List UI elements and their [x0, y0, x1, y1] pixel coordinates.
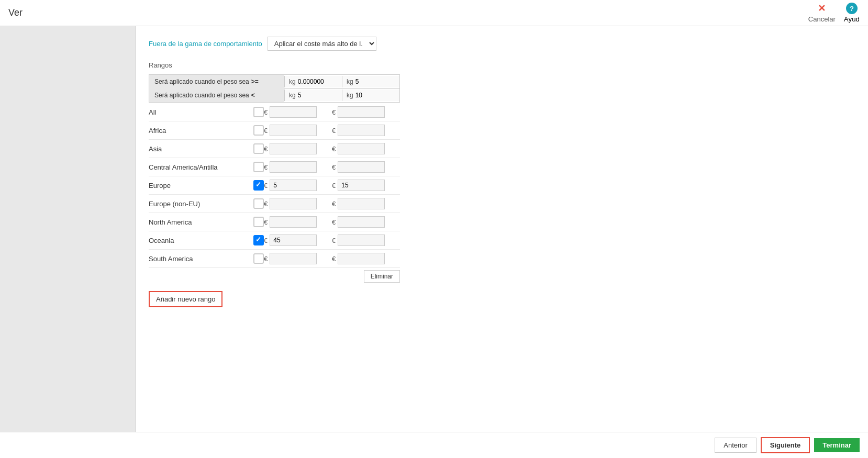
- euro-symbol: €: [264, 127, 268, 135]
- region-checkbox[interactable]: [253, 253, 264, 264]
- range-field-1a: kg: [284, 76, 342, 87]
- region-price-cell-1: €: [264, 234, 332, 246]
- region-price-input-2[interactable]: [338, 161, 385, 173]
- bottom-bar: Anterior Siguiente Terminar: [0, 432, 868, 458]
- add-range-button[interactable]: Añadir nuevo rango: [149, 291, 222, 307]
- region-checkbox[interactable]: [253, 125, 264, 136]
- region-price-cell-2: €: [332, 216, 400, 228]
- euro-symbol: €: [332, 200, 336, 208]
- euro-symbol: €: [332, 218, 336, 226]
- help-icon: ?: [846, 3, 858, 14]
- eliminar-row: Eliminar: [149, 270, 400, 283]
- range-op-1: >=: [251, 78, 259, 85]
- region-price-input-1[interactable]: [270, 216, 317, 228]
- region-price-input-1[interactable]: [270, 125, 317, 136]
- unit-label-1a: kg: [289, 78, 296, 85]
- region-price-cell-1: €: [264, 143, 332, 154]
- top-bar: Ver ✕ Cancelar ? Ayud: [0, 0, 868, 26]
- range-input-1b[interactable]: [355, 78, 392, 85]
- region-price-cell-2: €: [332, 161, 400, 173]
- region-name: South America: [149, 255, 253, 263]
- euro-symbol: €: [332, 108, 336, 116]
- range-row-2: Será aplicado cuando el peso sea < kg kg: [149, 88, 400, 103]
- region-price-input-1[interactable]: [270, 161, 317, 173]
- region-name: Africa: [149, 127, 253, 135]
- cancel-label: Cancelar: [808, 15, 836, 23]
- region-price-cell-2: €: [332, 125, 400, 136]
- region-row: Europe€€: [149, 176, 400, 195]
- region-price-cell-1: €: [264, 180, 332, 191]
- region-name: Europe (non-EU): [149, 200, 253, 208]
- cancel-button[interactable]: ✕ Cancelar: [808, 3, 836, 23]
- euro-symbol: €: [264, 218, 268, 226]
- unit-label-1b: kg: [347, 78, 353, 85]
- euro-symbol: €: [332, 163, 336, 171]
- region-checkbox[interactable]: [253, 235, 264, 245]
- region-price-input-1[interactable]: [270, 143, 317, 154]
- region-checkbox[interactable]: [253, 180, 264, 191]
- region-price-cell-1: €: [264, 216, 332, 228]
- euro-symbol: €: [332, 127, 336, 135]
- region-price-cell-1: €: [264, 253, 332, 264]
- main-layout: Fuera de la gama de comportamiento Aplic…: [0, 26, 868, 432]
- region-price-cell-2: €: [332, 180, 400, 191]
- euro-symbol: €: [264, 145, 268, 153]
- out-of-range-row: Fuera de la gama de comportamiento Aplic…: [149, 37, 855, 51]
- range-condition-2: Será aplicado cuando el peso sea <: [149, 88, 284, 102]
- region-price-input-2[interactable]: [338, 125, 385, 136]
- region-price-cell-1: €: [264, 161, 332, 173]
- region-checkbox[interactable]: [253, 107, 264, 117]
- region-price-input-2[interactable]: [338, 253, 385, 264]
- region-price-input-1[interactable]: [270, 106, 317, 118]
- sidebar: [0, 26, 136, 432]
- region-price-input-1[interactable]: [270, 198, 317, 209]
- range-field-2b: kg: [342, 90, 399, 101]
- region-price-input-2[interactable]: [338, 143, 385, 154]
- rangos-title: Rangos: [149, 61, 855, 69]
- region-row: Europe (non-EU)€€: [149, 195, 400, 213]
- region-checkbox[interactable]: [253, 162, 264, 172]
- regions-table: All€€Africa€€Asia€€Central America/Antil…: [149, 103, 400, 268]
- anterior-button[interactable]: Anterior: [715, 438, 756, 453]
- out-of-range-label: Fuera de la gama de comportamiento: [149, 40, 262, 48]
- region-price-cell-2: €: [332, 253, 400, 264]
- range-input-2b[interactable]: [355, 92, 392, 99]
- region-price-input-1[interactable]: [270, 253, 317, 264]
- region-row: Central America/Antilla€€: [149, 158, 400, 176]
- page-title: Ver: [8, 7, 23, 18]
- region-price-cell-2: €: [332, 234, 400, 246]
- range-field-1b: kg: [342, 76, 399, 87]
- range-input-1a[interactable]: [298, 78, 335, 85]
- siguiente-button[interactable]: Siguiente: [761, 437, 810, 453]
- region-price-input-2[interactable]: [338, 180, 385, 191]
- region-name: North America: [149, 218, 253, 226]
- range-input-2a[interactable]: [298, 92, 335, 99]
- euro-symbol: €: [332, 145, 336, 153]
- region-price-cell-1: €: [264, 106, 332, 118]
- region-row: Oceania€€: [149, 231, 400, 250]
- eliminar-button[interactable]: Eliminar: [364, 270, 400, 283]
- range-condition-1: Será aplicado cuando el peso sea >=: [149, 75, 284, 88]
- region-checkbox[interactable]: [253, 217, 264, 227]
- region-price-cell-1: €: [264, 125, 332, 136]
- range-field-2a: kg: [284, 90, 342, 101]
- euro-symbol: €: [264, 237, 268, 244]
- region-price-input-1[interactable]: [270, 180, 317, 191]
- region-name: Asia: [149, 145, 253, 153]
- euro-symbol: €: [264, 255, 268, 263]
- region-price-input-1[interactable]: [270, 234, 317, 246]
- top-bar-actions: ✕ Cancelar ? Ayud: [808, 3, 860, 23]
- region-row: South America€€: [149, 250, 400, 268]
- region-price-input-2[interactable]: [338, 106, 385, 118]
- region-price-cell-2: €: [332, 198, 400, 209]
- help-button[interactable]: ? Ayud: [844, 3, 860, 23]
- region-checkbox[interactable]: [253, 143, 264, 154]
- out-of-range-select[interactable]: Aplicar el coste más alto de l.: [268, 37, 376, 51]
- region-price-input-2[interactable]: [338, 198, 385, 209]
- region-price-input-2[interactable]: [338, 216, 385, 228]
- terminar-button[interactable]: Terminar: [814, 438, 860, 452]
- region-row: Africa€€: [149, 121, 400, 140]
- region-price-input-2[interactable]: [338, 234, 385, 246]
- region-checkbox[interactable]: [253, 198, 264, 209]
- unit-label-2a: kg: [289, 92, 296, 99]
